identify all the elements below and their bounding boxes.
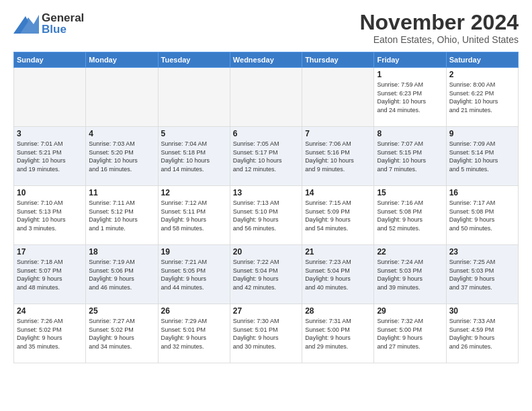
col-saturday: Saturday [446, 52, 518, 68]
day-number: 13 [233, 188, 299, 197]
calendar-week-5: 24Sunrise: 7:26 AM Sunset: 5:02 PM Dayli… [14, 304, 519, 363]
calendar-cell [86, 68, 158, 127]
col-wednesday: Wednesday [230, 52, 302, 68]
day-info: Sunrise: 7:09 AM Sunset: 5:14 PM Dayligh… [449, 140, 515, 173]
calendar-cell: 22Sunrise: 7:24 AM Sunset: 5:03 PM Dayli… [374, 245, 446, 304]
calendar-cell: 10Sunrise: 7:10 AM Sunset: 5:13 PM Dayli… [14, 186, 86, 245]
day-info: Sunrise: 7:13 AM Sunset: 5:10 PM Dayligh… [233, 199, 299, 232]
day-info: Sunrise: 8:00 AM Sunset: 6:22 PM Dayligh… [449, 81, 515, 114]
day-info: Sunrise: 7:05 AM Sunset: 5:17 PM Dayligh… [233, 140, 299, 173]
day-info: Sunrise: 7:18 AM Sunset: 5:07 PM Dayligh… [17, 258, 83, 291]
logo-general-text: General [42, 12, 84, 24]
day-number: 6 [233, 129, 299, 138]
day-info: Sunrise: 7:01 AM Sunset: 5:21 PM Dayligh… [17, 140, 83, 173]
day-info: Sunrise: 7:21 AM Sunset: 5:05 PM Dayligh… [161, 258, 227, 291]
day-number: 5 [161, 129, 227, 138]
day-number: 25 [89, 306, 154, 316]
day-number: 2 [449, 70, 515, 79]
calendar-cell: 17Sunrise: 7:18 AM Sunset: 5:07 PM Dayli… [14, 245, 86, 304]
day-info: Sunrise: 7:27 AM Sunset: 5:02 PM Dayligh… [89, 317, 154, 351]
col-sunday: Sunday [14, 52, 86, 68]
calendar-cell: 2Sunrise: 8:00 AM Sunset: 6:22 PM Daylig… [446, 68, 518, 127]
day-info: Sunrise: 7:15 AM Sunset: 5:09 PM Dayligh… [305, 199, 371, 232]
day-info: Sunrise: 7:22 AM Sunset: 5:04 PM Dayligh… [233, 258, 299, 291]
day-number: 19 [161, 247, 227, 257]
day-number: 29 [377, 306, 443, 316]
calendar-week-3: 10Sunrise: 7:10 AM Sunset: 5:13 PM Dayli… [14, 186, 519, 245]
page-header: General Blue November 2024 Eaton Estates… [13, 11, 519, 45]
calendar-cell: 24Sunrise: 7:26 AM Sunset: 5:02 PM Dayli… [14, 304, 86, 363]
calendar-cell [302, 68, 374, 127]
day-info: Sunrise: 7:19 AM Sunset: 5:06 PM Dayligh… [89, 258, 154, 291]
calendar-cell: 29Sunrise: 7:32 AM Sunset: 5:00 PM Dayli… [374, 304, 446, 363]
day-number: 11 [89, 188, 154, 197]
day-number: 1 [377, 70, 443, 79]
col-monday: Monday [86, 52, 158, 68]
day-info: Sunrise: 7:12 AM Sunset: 5:11 PM Dayligh… [161, 199, 227, 232]
calendar-cell: 12Sunrise: 7:12 AM Sunset: 5:11 PM Dayli… [158, 186, 230, 245]
calendar-cell: 1Sunrise: 7:59 AM Sunset: 6:23 PM Daylig… [374, 68, 446, 127]
day-info: Sunrise: 7:07 AM Sunset: 5:15 PM Dayligh… [377, 140, 443, 173]
day-number: 30 [449, 306, 515, 316]
calendar-cell: 8Sunrise: 7:07 AM Sunset: 5:15 PM Daylig… [374, 127, 446, 186]
calendar-cell: 25Sunrise: 7:27 AM Sunset: 5:02 PM Dayli… [86, 304, 158, 363]
day-number: 17 [17, 247, 83, 257]
day-number: 24 [17, 306, 83, 316]
calendar-cell: 16Sunrise: 7:17 AM Sunset: 5:08 PM Dayli… [446, 186, 518, 245]
day-number: 20 [233, 247, 299, 257]
calendar-week-4: 17Sunrise: 7:18 AM Sunset: 5:07 PM Dayli… [14, 245, 519, 304]
day-info: Sunrise: 7:24 AM Sunset: 5:03 PM Dayligh… [377, 258, 443, 291]
calendar-cell: 21Sunrise: 7:23 AM Sunset: 5:04 PM Dayli… [302, 245, 374, 304]
day-number: 12 [161, 188, 227, 197]
day-number: 8 [377, 129, 443, 138]
day-number: 27 [233, 306, 299, 316]
calendar-cell: 5Sunrise: 7:04 AM Sunset: 5:18 PM Daylig… [158, 127, 230, 186]
logo: General Blue [13, 11, 84, 36]
calendar-cell [14, 68, 86, 127]
month-title: November 2024 [359, 11, 519, 34]
calendar-cell: 11Sunrise: 7:11 AM Sunset: 5:12 PM Dayli… [86, 186, 158, 245]
day-number: 4 [89, 129, 154, 138]
calendar-page: General Blue November 2024 Eaton Estates… [0, 0, 532, 411]
col-thursday: Thursday [302, 52, 374, 68]
calendar-cell: 27Sunrise: 7:30 AM Sunset: 5:01 PM Dayli… [230, 304, 302, 363]
day-number: 9 [449, 129, 515, 138]
day-info: Sunrise: 7:23 AM Sunset: 5:04 PM Dayligh… [305, 258, 371, 291]
day-info: Sunrise: 7:03 AM Sunset: 5:20 PM Dayligh… [89, 140, 154, 173]
day-number: 18 [89, 247, 154, 257]
calendar-cell: 9Sunrise: 7:09 AM Sunset: 5:14 PM Daylig… [446, 127, 518, 186]
day-number: 28 [305, 306, 371, 316]
day-info: Sunrise: 7:06 AM Sunset: 5:16 PM Dayligh… [305, 140, 371, 173]
day-info: Sunrise: 7:31 AM Sunset: 5:00 PM Dayligh… [305, 317, 371, 351]
day-info: Sunrise: 7:33 AM Sunset: 4:59 PM Dayligh… [449, 317, 515, 351]
calendar-cell [230, 68, 302, 127]
calendar-cell: 30Sunrise: 7:33 AM Sunset: 4:59 PM Dayli… [446, 304, 518, 363]
day-number: 22 [377, 247, 443, 257]
day-info: Sunrise: 7:25 AM Sunset: 5:03 PM Dayligh… [449, 258, 515, 291]
day-number: 23 [449, 247, 515, 257]
calendar-cell: 15Sunrise: 7:16 AM Sunset: 5:08 PM Dayli… [374, 186, 446, 245]
day-number: 15 [377, 188, 443, 197]
day-info: Sunrise: 7:29 AM Sunset: 5:01 PM Dayligh… [161, 317, 227, 351]
calendar-cell: 6Sunrise: 7:05 AM Sunset: 5:17 PM Daylig… [230, 127, 302, 186]
calendar-week-2: 3Sunrise: 7:01 AM Sunset: 5:21 PM Daylig… [14, 127, 519, 186]
calendar-cell: 23Sunrise: 7:25 AM Sunset: 5:03 PM Dayli… [446, 245, 518, 304]
calendar-cell: 4Sunrise: 7:03 AM Sunset: 5:20 PM Daylig… [86, 127, 158, 186]
day-info: Sunrise: 7:16 AM Sunset: 5:08 PM Dayligh… [377, 199, 443, 232]
day-info: Sunrise: 7:10 AM Sunset: 5:13 PM Dayligh… [17, 199, 83, 232]
day-info: Sunrise: 7:30 AM Sunset: 5:01 PM Dayligh… [233, 317, 299, 351]
day-info: Sunrise: 7:26 AM Sunset: 5:02 PM Dayligh… [17, 317, 83, 351]
day-number: 3 [17, 129, 83, 138]
day-number: 21 [305, 247, 371, 257]
day-number: 7 [305, 129, 371, 138]
calendar-cell: 19Sunrise: 7:21 AM Sunset: 5:05 PM Dayli… [158, 245, 230, 304]
calendar-cell: 26Sunrise: 7:29 AM Sunset: 5:01 PM Dayli… [158, 304, 230, 363]
day-info: Sunrise: 7:04 AM Sunset: 5:18 PM Dayligh… [161, 140, 227, 173]
calendar-cell: 14Sunrise: 7:15 AM Sunset: 5:09 PM Dayli… [302, 186, 374, 245]
calendar-cell: 3Sunrise: 7:01 AM Sunset: 5:21 PM Daylig… [14, 127, 86, 186]
calendar-table: Sunday Monday Tuesday Wednesday Thursday… [13, 52, 519, 363]
calendar-cell: 28Sunrise: 7:31 AM Sunset: 5:00 PM Dayli… [302, 304, 374, 363]
day-info: Sunrise: 7:11 AM Sunset: 5:12 PM Dayligh… [89, 199, 154, 232]
day-number: 14 [305, 188, 371, 197]
day-number: 10 [17, 188, 83, 197]
